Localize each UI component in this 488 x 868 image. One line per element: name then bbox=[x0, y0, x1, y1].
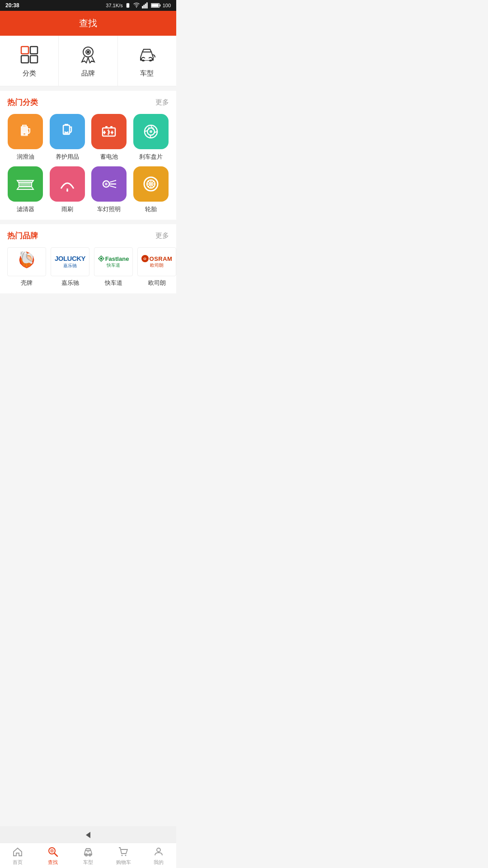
svg-line-55 bbox=[152, 181, 154, 183]
hot-categories-section: 热门分类 更多 润滑油 bbox=[0, 91, 176, 220]
battery-icon bbox=[151, 2, 161, 9]
cartype-icon bbox=[136, 44, 158, 66]
status-battery: 100 bbox=[163, 3, 171, 8]
status-bar: 20:38 37.1K/s 100 bbox=[0, 0, 176, 11]
hot-brands-section: 热门品牌 更多 🐚 壳 bbox=[0, 224, 176, 293]
category-icon-oil bbox=[8, 114, 43, 149]
category-label-filter: 滤清器 bbox=[17, 205, 34, 213]
page-header: 查找 bbox=[0, 11, 176, 36]
svg-rect-25 bbox=[105, 126, 108, 128]
svg-line-54 bbox=[152, 185, 154, 187]
category-icon-brake bbox=[133, 114, 169, 149]
svg-rect-26 bbox=[110, 126, 113, 128]
category-label-battery: 蓄电池 bbox=[100, 153, 118, 161]
brand-label-shell: 壳牌 bbox=[21, 279, 33, 287]
brand-item-fastlane[interactable]: Fastlane 快车道 快车道 bbox=[94, 247, 133, 287]
svg-rect-4 bbox=[145, 4, 146, 9]
svg-rect-9 bbox=[21, 47, 28, 54]
brand-logo-osram: O OSRAM 欧司朗 bbox=[137, 247, 176, 276]
signal-icon bbox=[142, 2, 149, 9]
svg-point-1 bbox=[136, 7, 137, 8]
category-label-light: 车灯照明 bbox=[97, 205, 121, 213]
category-label-oil: 润滑油 bbox=[17, 153, 34, 161]
category-icon-tire bbox=[133, 166, 169, 202]
category-grid: 润滑油 养护用品 bbox=[7, 114, 169, 213]
brand-item-jolucky[interactable]: JOLUCKY 嘉乐驰 嘉乐驰 bbox=[51, 247, 89, 287]
svg-rect-3 bbox=[143, 5, 145, 9]
status-time: 20:38 bbox=[5, 2, 19, 9]
category-item-brake[interactable]: 刹车盘片 bbox=[133, 114, 169, 161]
hot-categories-header: 热门分类 更多 bbox=[7, 97, 169, 108]
vibrate-icon bbox=[125, 2, 131, 9]
browse-brand[interactable]: 品牌 bbox=[59, 36, 117, 86]
category-item-battery[interactable]: 蓄电池 bbox=[91, 114, 127, 161]
status-network: 37.1K/s bbox=[106, 3, 122, 8]
svg-line-56 bbox=[148, 185, 150, 187]
category-item-care[interactable]: 养护用品 bbox=[49, 114, 86, 161]
hot-categories-title: 热门分类 bbox=[7, 97, 38, 108]
svg-rect-7 bbox=[151, 4, 159, 7]
svg-rect-12 bbox=[30, 56, 38, 63]
svg-point-15 bbox=[87, 51, 89, 53]
svg-point-42 bbox=[105, 183, 108, 185]
category-item-light[interactable]: 车灯照明 bbox=[91, 166, 127, 213]
hot-brands-title: 热门品牌 bbox=[7, 231, 38, 241]
category-label-wiper: 雨刷 bbox=[61, 205, 73, 213]
browse-category[interactable]: 分类 bbox=[0, 36, 59, 86]
svg-point-34 bbox=[150, 130, 152, 133]
category-item-wiper[interactable]: 雨刷 bbox=[49, 166, 86, 213]
svg-rect-18 bbox=[144, 58, 150, 60]
svg-rect-5 bbox=[146, 2, 148, 8]
category-icon-light bbox=[91, 166, 127, 202]
category-item-oil[interactable]: 润滑油 bbox=[7, 114, 44, 161]
brand-grid: 🐚 壳牌 JOLUCKY 嘉乐驰 嘉乐驰 bbox=[7, 247, 169, 287]
category-icon bbox=[19, 44, 40, 66]
category-icon-wiper bbox=[50, 166, 85, 202]
brand-logo-fastlane: Fastlane 快车道 bbox=[94, 247, 133, 276]
category-label-care: 养护用品 bbox=[56, 153, 79, 161]
svg-rect-23 bbox=[64, 132, 69, 134]
hot-brands-more[interactable]: 更多 bbox=[155, 231, 169, 240]
browse-cartype-label: 车型 bbox=[140, 69, 154, 78]
brand-item-shell[interactable]: 🐚 壳牌 bbox=[7, 247, 46, 287]
brand-label-osram: 欧司朗 bbox=[148, 279, 166, 287]
status-right: 37.1K/s 100 bbox=[106, 2, 171, 9]
svg-rect-11 bbox=[21, 56, 28, 63]
svg-rect-2 bbox=[142, 6, 143, 8]
browse-brand-label: 品牌 bbox=[81, 69, 95, 78]
brand-logo-shell: 🐚 bbox=[7, 247, 46, 276]
category-label-tire: 轮胎 bbox=[145, 205, 157, 213]
brand-label-fastlane: 快车道 bbox=[105, 279, 122, 287]
svg-line-44 bbox=[110, 180, 116, 182]
svg-rect-0 bbox=[127, 3, 129, 7]
hot-brands-header: 热门品牌 更多 bbox=[7, 231, 169, 241]
svg-text:🐚: 🐚 bbox=[19, 250, 35, 265]
category-item-tire[interactable]: 轮胎 bbox=[133, 166, 169, 213]
browse-cartype[interactable]: 车型 bbox=[118, 36, 176, 86]
wifi-icon bbox=[133, 2, 140, 9]
svg-point-40 bbox=[66, 190, 68, 192]
category-icon-care bbox=[50, 114, 85, 149]
category-label-brake: 刹车盘片 bbox=[139, 153, 163, 161]
svg-rect-8 bbox=[160, 5, 160, 6]
brand-icon bbox=[77, 44, 99, 66]
brand-logo-jolucky: JOLUCKY 嘉乐驰 bbox=[51, 247, 89, 276]
header-title: 查找 bbox=[79, 18, 97, 28]
browse-options: 分类 品牌 车型 bbox=[0, 36, 176, 86]
svg-line-53 bbox=[148, 181, 150, 183]
category-item-filter[interactable]: 滤清器 bbox=[7, 166, 44, 213]
brand-item-osram[interactable]: O OSRAM 欧司朗 欧司朗 bbox=[137, 247, 176, 287]
brand-label-jolucky: 嘉乐驰 bbox=[61, 279, 79, 287]
svg-rect-10 bbox=[30, 47, 38, 54]
browse-category-label: 分类 bbox=[23, 69, 36, 78]
category-icon-filter bbox=[8, 166, 43, 202]
svg-rect-21 bbox=[21, 134, 28, 136]
svg-line-45 bbox=[110, 186, 116, 188]
category-icon-battery bbox=[91, 114, 127, 149]
svg-point-48 bbox=[149, 182, 153, 186]
hot-categories-more[interactable]: 更多 bbox=[155, 98, 169, 107]
